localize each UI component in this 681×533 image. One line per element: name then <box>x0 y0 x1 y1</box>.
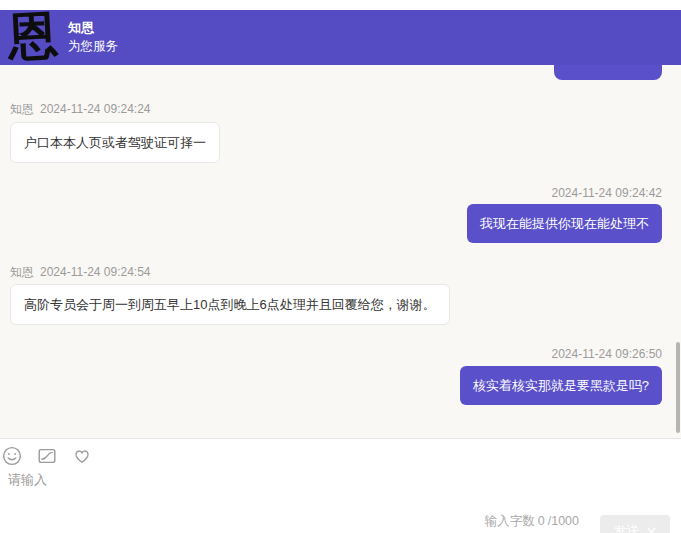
char-counter: 输入字数0/1000 <box>485 513 582 530</box>
scrollbar-thumb[interactable] <box>676 342 680 433</box>
composer-toolbar <box>0 439 681 466</box>
send-button-label: 发送 <box>614 522 640 533</box>
chevron-down-icon[interactable] <box>646 525 657 533</box>
clipped-user-bubble <box>554 65 662 80</box>
message-row: 核实着核实那就是要黑款是吗? <box>0 361 681 405</box>
char-counter-limit: /1000 <box>548 514 579 528</box>
brand-tagline: 为您服务 <box>68 38 118 55</box>
emoji-icon[interactable] <box>2 446 22 466</box>
sender-name: 知恩 <box>10 102 34 116</box>
brand-name: 知恩 <box>68 20 118 36</box>
timestamp: 2024-11-24 09:24:24 <box>40 102 151 116</box>
composer: 输入字数0/1000 发送 <box>0 439 681 533</box>
message-list[interactable]: 知恩2024-11-24 09:24:24 户口本本人页或者驾驶证可择一 202… <box>0 65 681 438</box>
char-counter-value: 0 <box>538 514 545 528</box>
message-input[interactable] <box>8 472 408 487</box>
image-icon[interactable] <box>37 446 57 466</box>
timestamp: 2024-11-24 09:24:54 <box>40 265 151 279</box>
top-strip <box>0 0 681 10</box>
app-header: 恩 知恩 为您服务 <box>0 10 681 65</box>
sender-name: 知恩 <box>10 265 34 279</box>
brand-logo: 恩 <box>6 5 59 68</box>
heart-icon[interactable] <box>72 446 92 466</box>
message-row: 户口本本人页或者驾驶证可择一 <box>0 116 681 163</box>
send-button[interactable]: 发送 <box>600 515 670 533</box>
message-meta: 2024-11-24 09:26:50 <box>0 347 681 361</box>
agent-message-bubble: 高阶专员会于周一到周五早上10点到晚上6点处理并且回覆给您，谢谢。 <box>10 284 450 325</box>
message-row: 我现在能提供你现在能处理不 <box>0 200 681 243</box>
message-meta: 2024-11-24 09:24:42 <box>0 186 681 200</box>
message-row: 高阶专员会于周一到周五早上10点到晚上6点处理并且回覆给您，谢谢。 <box>0 279 681 325</box>
message-meta: 知恩2024-11-24 09:24:54 <box>0 265 681 279</box>
user-message-bubble: 核实着核实那就是要黑款是吗? <box>460 366 662 405</box>
brand-block: 知恩 为您服务 <box>68 20 118 55</box>
chat-window: 恩 知恩 为您服务 知恩2024-11-24 09:24:24 户口本本人页或者… <box>0 0 681 533</box>
user-message-bubble: 我现在能提供你现在能处理不 <box>467 204 662 243</box>
timestamp: 2024-11-24 09:24:42 <box>551 186 662 200</box>
timestamp: 2024-11-24 09:26:50 <box>551 347 662 361</box>
char-counter-label: 输入字数 <box>485 514 535 528</box>
agent-message-bubble: 户口本本人页或者驾驶证可择一 <box>10 122 220 163</box>
